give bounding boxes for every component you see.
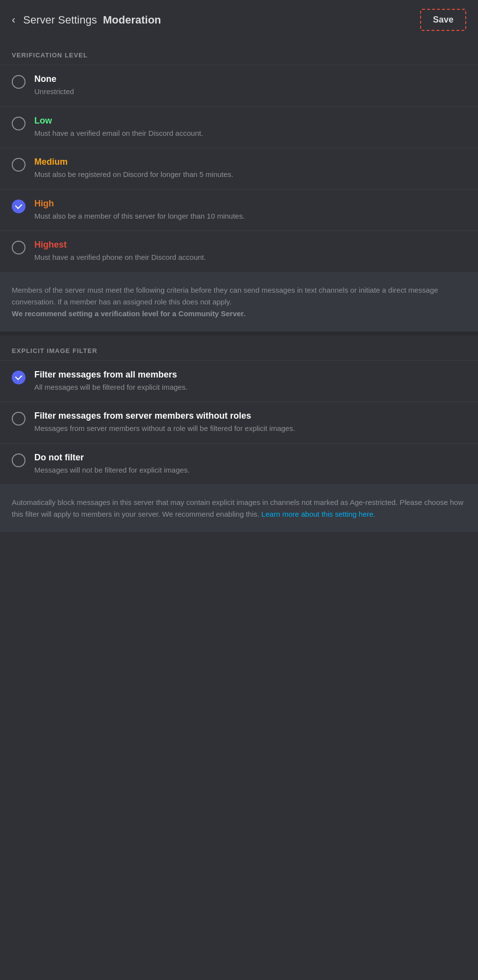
verification-section-label: VERIFICATION LEVEL [0, 40, 478, 65]
option-desc-low: Must have a verified email on their Disc… [34, 128, 203, 139]
filter-option-no-roles[interactable]: Filter messages from server members with… [0, 402, 478, 443]
option-title-low: Low [34, 116, 203, 126]
option-title-filter-no-roles: Filter messages from server members with… [34, 411, 295, 421]
verification-option-low[interactable]: Low Must have a verified email on their … [0, 107, 478, 148]
page-title: Server Settings Moderation [23, 14, 161, 26]
option-desc-high: Must also be a member of this server for… [34, 211, 245, 222]
radio-filter-no-roles[interactable] [12, 412, 25, 426]
verification-info-box: Members of the server must meet the foll… [0, 273, 478, 331]
option-text-highest: Highest Must have a verified phone on th… [34, 240, 206, 263]
back-button[interactable]: ‹ [12, 14, 15, 26]
learn-more-link[interactable]: Learn more about this setting here. [261, 510, 376, 518]
filter-bottom-info: Automatically block messages in this ser… [0, 485, 478, 532]
radio-filter-none[interactable] [12, 453, 25, 467]
save-button[interactable]: Save [420, 9, 466, 31]
option-desc-filter-all: All messages will be filtered for explic… [34, 382, 188, 393]
verification-option-medium[interactable]: Medium Must also be registered on Discor… [0, 148, 478, 189]
option-title-medium: Medium [34, 157, 233, 167]
filter-option-all[interactable]: Filter messages from all members All mes… [0, 361, 478, 402]
verification-option-high[interactable]: High Must also be a member of this serve… [0, 190, 478, 231]
option-text-none: None Unrestricted [34, 74, 74, 98]
option-desc-filter-none: Messages will not be filtered for explic… [34, 465, 190, 476]
option-text-medium: Medium Must also be registered on Discor… [34, 157, 233, 180]
option-title-filter-none: Do not filter [34, 452, 190, 463]
option-title-highest: Highest [34, 240, 206, 250]
option-text-filter-no-roles: Filter messages from server members with… [34, 411, 295, 434]
option-title-filter-all: Filter messages from all members [34, 370, 188, 380]
option-desc-highest: Must have a verified phone on their Disc… [34, 252, 206, 263]
verification-info-bold: We recommend setting a verification leve… [12, 309, 246, 318]
filter-bottom-text: Automatically block messages in this ser… [12, 497, 466, 520]
option-title-none: None [34, 74, 74, 84]
section-divider [0, 331, 478, 335]
verification-option-highest[interactable]: Highest Must have a verified phone on th… [0, 231, 478, 272]
option-desc-medium: Must also be registered on Discord for l… [34, 169, 233, 180]
option-text-filter-all: Filter messages from all members All mes… [34, 370, 188, 393]
header: ‹ Server Settings Moderation Save [0, 0, 478, 40]
verification-option-none[interactable]: None Unrestricted [0, 65, 478, 106]
filter-section-label: EXPLICIT IMAGE FILTER [0, 335, 478, 360]
filter-option-none[interactable]: Do not filter Messages will not be filte… [0, 444, 478, 485]
title-prefix: Server Settings [23, 14, 97, 26]
header-left: ‹ Server Settings Moderation [12, 14, 161, 26]
verification-info-text: Members of the server must meet the foll… [12, 284, 466, 320]
option-desc-none: Unrestricted [34, 86, 74, 98]
option-text-low: Low Must have a verified email on their … [34, 116, 203, 139]
option-text-filter-none: Do not filter Messages will not be filte… [34, 452, 190, 476]
option-desc-filter-no-roles: Messages from server members without a r… [34, 423, 295, 434]
option-title-high: High [34, 199, 245, 209]
radio-highest[interactable] [12, 241, 25, 254]
option-text-high: High Must also be a member of this serve… [34, 199, 245, 222]
radio-none[interactable] [12, 75, 25, 89]
title-main: Moderation [103, 14, 161, 26]
radio-high[interactable] [12, 200, 25, 213]
radio-filter-all[interactable] [12, 371, 25, 384]
radio-medium[interactable] [12, 158, 25, 172]
radio-low[interactable] [12, 117, 25, 130]
